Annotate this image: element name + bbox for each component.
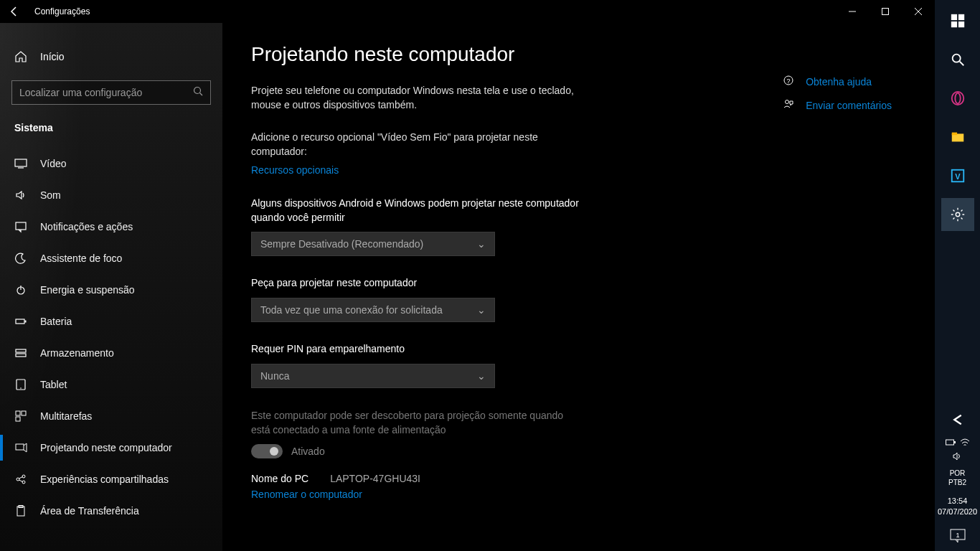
nav-item-focus[interactable]: Assistente de foco [0,242,222,274]
toggle-label: Ativado [291,446,325,457]
help-label: Obtenha ajuda [806,76,872,88]
nav-item-notifications[interactable]: Notificações e ações [0,211,222,242]
discover-note: Este computador pode ser descoberto para… [251,408,581,438]
project-icon [14,441,27,454]
home-label: Início [40,51,64,62]
chevron-down-icon: ⌄ [477,370,486,382]
language-indicator[interactable]: POR PTB2 [948,468,966,487]
start-button[interactable] [941,4,974,37]
svg-rect-34 [958,22,963,27]
dropdown-ask-project[interactable]: Toda vez que uma conexão for solicitada … [251,298,495,322]
tablet-icon [14,378,27,391]
svg-rect-13 [16,349,26,352]
svg-rect-40 [951,133,956,136]
nav-label: Multitarefas [40,410,92,422]
home-button[interactable]: Início [0,43,222,70]
svg-rect-19 [16,417,20,421]
nav-label: Projetando neste computador [40,442,172,453]
svg-text:V: V [955,172,961,181]
nav-item-projecting[interactable]: Projetando neste computador [0,432,222,463]
nav-label: Área de Transferência [40,505,139,517]
svg-rect-20 [16,444,24,450]
search-icon [193,86,203,99]
power-icon [14,283,27,296]
storage-icon [14,347,27,359]
nav-item-shared[interactable]: Experiências compartilhadas [0,463,222,495]
minimize-button[interactable] [836,0,869,23]
svg-point-43 [956,212,960,217]
dropdown-value: Sempre Desativado (Recomendado) [260,238,423,250]
search-box[interactable] [11,80,211,105]
get-help-link[interactable]: ? Obtenha ajuda [783,75,892,88]
taskbar-app-v[interactable]: V [941,159,974,192]
svg-point-35 [952,55,960,62]
tray-expand-icon[interactable] [941,411,974,428]
sound-icon [14,189,27,202]
home-icon [14,50,27,63]
svg-point-4 [194,88,201,94]
nav-item-power[interactable]: Energia e suspensão [0,274,222,306]
nav-label: Vídeo [40,158,67,169]
optional-features-link[interactable]: Recursos opcionais [251,164,339,176]
svg-rect-31 [951,14,956,20]
back-button[interactable] [6,3,23,20]
nav-item-multitask[interactable]: Multitarefas [0,400,222,432]
setting-ask-project-label: Peça para projetar neste computador [251,276,581,291]
titlebar: Configurações [0,0,935,23]
wifi-tray-icon[interactable] [960,438,970,449]
dropdown-allow-project[interactable]: Sempre Desativado (Recomendado) ⌄ [251,232,495,256]
page-title: Projetando neste computador [251,43,906,66]
nav-item-storage[interactable]: Armazenamento [0,337,222,369]
svg-rect-11 [16,319,24,324]
nav-item-sound[interactable]: Som [0,179,222,211]
svg-point-22 [22,475,25,478]
pcname-value: LAPTOP-47GHU43I [330,473,420,484]
svg-point-16 [20,387,22,389]
page-description: Projete seu telefone ou computador Windo… [251,83,581,113]
nav-label: Bateria [40,316,72,327]
svg-line-25 [19,480,23,482]
help-icon: ? [783,75,796,88]
nav-item-tablet[interactable]: Tablet [0,369,222,400]
battery-tray-icon[interactable] [946,438,956,449]
nav-item-video[interactable]: Vídeo [0,148,222,179]
discover-toggle[interactable] [251,444,283,458]
svg-point-23 [22,481,25,484]
search-input[interactable] [19,87,193,98]
nav-item-battery[interactable]: Bateria [0,306,222,337]
taskbar-app-opera[interactable] [941,82,974,115]
rename-pc-link[interactable]: Renomear o computador [251,489,362,500]
section-label: Sistema [0,122,222,133]
maximize-button[interactable] [869,0,902,23]
setting-allow-project-label: Alguns dispositivos Android e Windows po… [251,197,581,225]
close-button[interactable] [902,0,935,23]
dropdown-pin[interactable]: Nunca ⌄ [251,364,495,388]
volume-tray-icon[interactable] [953,452,963,463]
svg-rect-12 [25,321,27,323]
taskbar-app-explorer[interactable] [941,121,974,154]
svg-text:?: ? [787,77,791,85]
svg-rect-32 [958,14,963,20]
clock[interactable]: 13:54 07/07/2020 [938,493,977,519]
svg-rect-18 [22,411,26,415]
svg-point-30 [786,100,789,104]
feedback-icon [783,98,796,112]
notifications-icon [14,220,27,233]
svg-rect-33 [951,22,956,27]
dropdown-value: Toda vez que uma conexão for solicitada [260,304,443,316]
taskbar: V POR PTB2 [935,0,980,551]
taskbar-app-settings[interactable] [941,198,974,231]
svg-rect-1 [882,9,889,15]
nav-label: Armazenamento [40,347,114,359]
content-area: Projetando neste computador Projete seu … [222,23,935,551]
action-center-icon[interactable]: 1 [941,525,974,547]
taskbar-search-icon[interactable] [941,43,974,76]
nav-item-clipboard[interactable]: Área de Transferência [0,495,222,527]
nav-label: Energia e suspensão [40,284,135,296]
clipboard-icon [14,504,27,517]
pcname-label: Nome do PC [251,473,308,484]
setting-pin-label: Requer PIN para emparelhamento [251,342,581,357]
feedback-link[interactable]: Enviar comentários [783,98,892,112]
svg-rect-8 [16,222,26,230]
nav-label: Assistente de foco [40,253,122,264]
